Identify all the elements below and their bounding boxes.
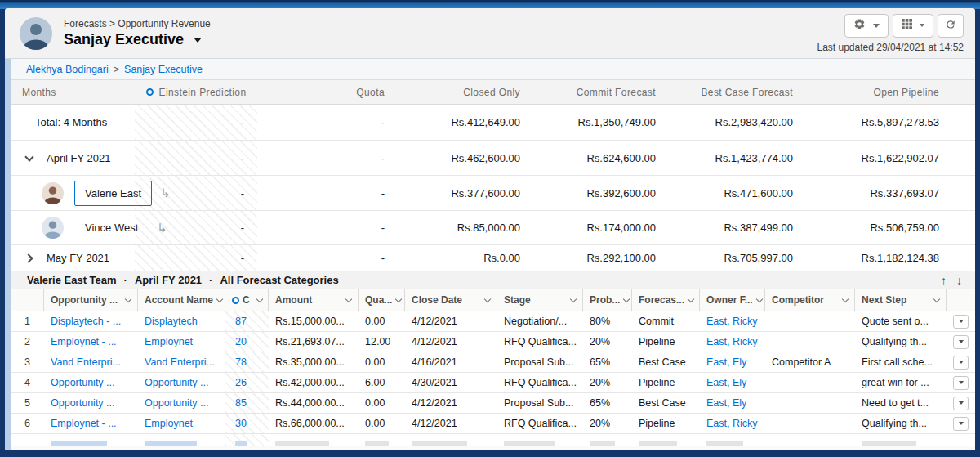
triangle-down-icon bbox=[959, 422, 964, 425]
close-date-cell: 4/12/2021 bbox=[405, 393, 497, 413]
forecast-category-cell: Pipeline bbox=[632, 332, 700, 352]
col-header-forecast-category[interactable]: Forecas... bbox=[632, 289, 700, 311]
page-title-block: Forecasts > Opportunity Revenue Sanjay E… bbox=[64, 18, 211, 48]
stage-cell: Negotiation/... bbox=[497, 311, 583, 331]
stage-cell: Proposal Sub... bbox=[497, 352, 583, 372]
einstein-cell: - bbox=[135, 176, 257, 210]
best-case-cell: Rs.1,423,774.00 bbox=[667, 152, 804, 164]
forecast-owner-selector[interactable]: Sanjay Executive bbox=[64, 31, 211, 48]
collapse-row-button[interactable] bbox=[21, 150, 38, 166]
opportunity-row: 3 Vand Enterpri... Vand Enterpri... 78 R… bbox=[11, 352, 975, 373]
einstein-ring-icon bbox=[232, 297, 239, 304]
open-pipeline-cell: Rs.5,897,278.53 bbox=[804, 116, 975, 128]
row-actions-button[interactable] bbox=[953, 376, 969, 390]
refresh-icon bbox=[945, 19, 956, 33]
col-header-stage[interactable]: Stage bbox=[497, 289, 583, 311]
col-header-probability[interactable]: Prob... bbox=[583, 289, 632, 311]
refresh-button[interactable] bbox=[938, 14, 964, 38]
row-actions-button[interactable] bbox=[953, 397, 969, 410]
account-link[interactable]: Opportunity ... bbox=[145, 377, 209, 388]
chevron-down-icon bbox=[920, 24, 924, 27]
probability-cell: 20% bbox=[583, 332, 632, 352]
triangle-down-icon bbox=[959, 381, 964, 384]
path-link-parent[interactable]: Alekhya Bodingari bbox=[26, 64, 109, 75]
confidence-score-link[interactable]: 20 bbox=[235, 336, 247, 347]
path-link-current[interactable]: Sanjay Executive bbox=[124, 64, 203, 75]
chevron-down-icon bbox=[395, 295, 402, 302]
arrow-up-icon[interactable] bbox=[941, 275, 947, 286]
account-link[interactable]: Displaytech bbox=[145, 316, 198, 327]
col-header-quantity[interactable]: Qua... bbox=[359, 289, 405, 311]
open-pipeline-cell: Rs.506,759.00 bbox=[804, 222, 975, 234]
col-header-opportunity-name[interactable]: Opportunity ... bbox=[44, 289, 138, 311]
confidence-score-link[interactable]: 26 bbox=[235, 377, 247, 388]
owner-link[interactable]: East, Ely bbox=[706, 397, 746, 409]
row-number: 5 bbox=[11, 393, 44, 413]
display-settings-button[interactable] bbox=[893, 14, 933, 38]
stage-cell: Proposal Sub... bbox=[497, 393, 583, 413]
col-header-closed-only: Closed Only bbox=[396, 87, 532, 98]
chevron-down-icon bbox=[216, 295, 223, 302]
einstein-cell: - bbox=[135, 211, 257, 244]
opportunity-link[interactable]: Displaytech - ... bbox=[51, 316, 121, 327]
confidence-score-link[interactable]: 30 bbox=[235, 418, 247, 429]
next-step-cell: Need to get t... bbox=[855, 393, 947, 413]
owner-link[interactable]: East, Ricky bbox=[706, 418, 758, 429]
quota-cell: - bbox=[257, 252, 396, 264]
expand-row-button[interactable] bbox=[21, 250, 38, 267]
opportunity-link[interactable]: Employnet - ... bbox=[51, 418, 117, 429]
forecast-category-cell: Pipeline bbox=[632, 414, 700, 433]
col-header-account-name[interactable]: Account Name bbox=[138, 289, 225, 311]
quota-cell: - bbox=[257, 116, 396, 128]
col-header-next-step[interactable]: Next Step bbox=[855, 289, 947, 311]
month-label: May FY 2021 bbox=[47, 252, 109, 264]
opportunity-link[interactable]: Employnet - ... bbox=[51, 336, 117, 347]
arrow-down-icon[interactable] bbox=[956, 275, 962, 286]
col-header-amount[interactable]: Amount bbox=[269, 289, 359, 311]
col-header-einstein-confidence[interactable]: C bbox=[225, 289, 269, 311]
owner-link[interactable]: East, Ricky bbox=[706, 336, 758, 347]
header-label: C bbox=[243, 294, 250, 306]
account-link[interactable]: Employnet bbox=[145, 418, 193, 429]
opportunity-link[interactable]: Opportunity ... bbox=[51, 397, 115, 409]
opportunity-row: 6 Employnet - ... Employnet 30 Rs.66,000… bbox=[11, 414, 975, 434]
row-actions-button[interactable] bbox=[953, 356, 969, 370]
confidence-score-link[interactable]: 85 bbox=[235, 397, 247, 409]
chevron-down-icon bbox=[570, 295, 577, 302]
col-header-competitor[interactable]: Competitor bbox=[765, 289, 855, 311]
owner-link[interactable]: East, Ely bbox=[706, 377, 746, 388]
row-actions-button[interactable] bbox=[953, 315, 969, 329]
quantity-cell: 0.00 bbox=[359, 393, 405, 413]
col-header-close-date[interactable]: Close Date bbox=[405, 289, 497, 311]
chevron-down-icon bbox=[688, 295, 694, 302]
owner-link[interactable]: East, Ricky bbox=[706, 316, 758, 327]
account-link[interactable]: Opportunity ... bbox=[145, 397, 209, 409]
forecast-person-row-vince-west: Vince West - - Rs.85,000.00 Rs.174,000.0… bbox=[11, 211, 975, 245]
row-number: 3 bbox=[11, 352, 44, 372]
opportunity-link[interactable]: Opportunity ... bbox=[51, 377, 115, 388]
row-actions-button[interactable] bbox=[953, 417, 969, 431]
triangle-down-icon bbox=[959, 401, 964, 405]
quota-cell: - bbox=[257, 152, 396, 164]
context-separator: · bbox=[209, 274, 212, 286]
person-avatar bbox=[42, 182, 64, 204]
chevron-down-icon bbox=[24, 152, 33, 161]
opportunity-link[interactable]: Vand Enterpri... bbox=[51, 356, 121, 368]
amount-cell: Rs.21,693.07... bbox=[269, 332, 359, 352]
competitor-cell: Competitor A bbox=[765, 352, 855, 372]
owner-link[interactable]: East, Ely bbox=[706, 356, 746, 368]
account-link[interactable]: Employnet bbox=[145, 336, 193, 347]
row-number: 2 bbox=[11, 332, 44, 352]
row-actions-button[interactable] bbox=[953, 335, 969, 349]
col-header-owner[interactable]: Owner F... bbox=[700, 289, 765, 311]
header-label: Stage bbox=[504, 294, 531, 306]
opportunity-row: 5 Opportunity ... Opportunity ... 85 Rs.… bbox=[11, 393, 975, 414]
commit-forecast-cell: Rs.392,600.00 bbox=[532, 187, 667, 199]
account-link[interactable]: Vand Enterpri... bbox=[145, 356, 215, 368]
confidence-score-link[interactable]: 78 bbox=[235, 356, 247, 368]
settings-button[interactable] bbox=[844, 14, 889, 38]
quantity-cell: 0.00 bbox=[359, 311, 405, 331]
panel-resize-controls bbox=[941, 275, 962, 286]
page-title: Sanjay Executive bbox=[64, 31, 184, 48]
confidence-score-link[interactable]: 87 bbox=[235, 316, 247, 327]
